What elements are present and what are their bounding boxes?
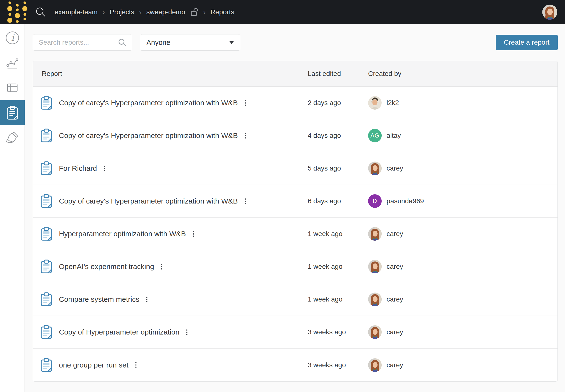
chevron-right-icon: ›: [139, 8, 142, 16]
row-menu-icon[interactable]: [159, 262, 164, 271]
report-clipboard-icon: [41, 325, 52, 339]
top-navbar: example-team › Projects › sweep-demo › R…: [0, 0, 565, 24]
creator-name: carey: [386, 263, 403, 270]
report-search-box: [33, 34, 132, 51]
creator-avatar[interactable]: [368, 260, 382, 273]
search-reports-input[interactable]: [38, 38, 118, 47]
reports-page: Anyone Create a report Report Last edite…: [33, 24, 558, 382]
row-menu-icon[interactable]: [243, 98, 248, 108]
broom-icon: [6, 131, 19, 145]
creator-name: pasunda969: [386, 197, 424, 205]
creator-name: carey: [386, 230, 403, 238]
row-menu-icon[interactable]: [243, 196, 248, 206]
report-clipboard-icon: [41, 128, 52, 143]
report-clipboard-icon: [41, 227, 52, 241]
search-icon[interactable]: [35, 7, 46, 18]
filter-value: Anyone: [146, 39, 170, 47]
user-avatar[interactable]: [542, 5, 557, 20]
column-header-created-by: Created by: [368, 70, 557, 78]
row-menu-icon[interactable]: [184, 327, 189, 337]
row-menu-icon[interactable]: [243, 131, 248, 140]
creator-filter-dropdown[interactable]: Anyone: [140, 34, 240, 51]
creator-avatar[interactable]: [368, 162, 382, 175]
report-clipboard-icon: [41, 161, 52, 175]
breadcrumb-reports[interactable]: Reports: [210, 8, 234, 16]
table-icon: [6, 81, 19, 95]
creator-avatar[interactable]: [368, 227, 382, 241]
creator-avatar[interactable]: [368, 293, 382, 306]
table-header: Report Last edited Created by: [33, 61, 557, 87]
report-link[interactable]: Hyperparameter optimization with W&B: [59, 230, 186, 238]
unlocked-icon: [191, 8, 198, 17]
sidebar-item-sweeps[interactable]: [0, 125, 25, 150]
last-edited: 3 weeks ago: [308, 328, 368, 336]
report-link[interactable]: Copy of carey's Hyperparameter optimizat…: [59, 197, 238, 205]
creator-name: carey: [386, 361, 403, 369]
table-row: Copy of carey's Hyperparameter optimizat…: [33, 185, 557, 218]
creator-avatar[interactable]: [368, 325, 382, 339]
creator-avatar[interactable]: AG: [368, 129, 382, 142]
table-row: Copy of Hyperparameter optimization 3 we…: [33, 316, 557, 349]
info-icon: i: [6, 31, 19, 45]
last-edited: 1 week ago: [308, 263, 368, 270]
controls-bar: Anyone Create a report: [33, 34, 558, 51]
report-link[interactable]: Copy of carey's Hyperparameter optimizat…: [59, 131, 238, 140]
wandb-logo-icon[interactable]: [7, 1, 28, 23]
report-clipboard-icon: [41, 358, 52, 372]
chevron-right-icon: ›: [203, 8, 206, 16]
creator-name: carey: [386, 165, 403, 172]
chevron-down-icon: [229, 41, 234, 44]
report-link[interactable]: one group per run set: [59, 361, 128, 369]
report-clipboard-icon: [41, 96, 52, 110]
creator-name: carey: [386, 328, 403, 336]
last-edited: 2 days ago: [308, 99, 368, 107]
creator-avatar[interactable]: [368, 96, 382, 110]
report-link[interactable]: For Richard: [59, 164, 97, 172]
search-icon: [118, 38, 127, 47]
table-row: OpenAI's experiment tracking 1 week ago …: [33, 250, 557, 283]
table-row: one group per run set 3 weeks ago carey: [33, 349, 557, 381]
last-edited: 1 week ago: [308, 295, 368, 303]
line-chart-icon: [6, 56, 19, 70]
sidebar-item-tables[interactable]: [0, 75, 25, 100]
report-link[interactable]: OpenAI's experiment tracking: [59, 263, 154, 271]
creator-avatar[interactable]: [368, 358, 382, 372]
row-menu-icon[interactable]: [144, 295, 149, 304]
breadcrumb-project[interactable]: sweep-demo: [146, 8, 185, 16]
breadcrumb: example-team › Projects › sweep-demo › R…: [55, 8, 234, 17]
last-edited: 4 days ago: [308, 132, 368, 140]
last-edited: 3 weeks ago: [308, 361, 368, 369]
project-sidebar: i: [0, 24, 25, 392]
clipboard-icon: [7, 106, 18, 120]
create-report-button[interactable]: Create a report: [496, 35, 558, 50]
column-header-last-edited: Last edited: [308, 70, 368, 78]
report-clipboard-icon: [41, 292, 52, 306]
last-edited: 1 week ago: [308, 230, 368, 238]
report-link[interactable]: Copy of Hyperparameter optimization: [59, 328, 179, 336]
table-row: Copy of carey's Hyperparameter optimizat…: [33, 119, 557, 152]
table-row: Copy of carey's Hyperparameter optimizat…: [33, 87, 557, 119]
report-clipboard-icon: [41, 260, 52, 274]
row-menu-icon[interactable]: [102, 164, 107, 173]
sidebar-item-reports[interactable]: [0, 100, 25, 125]
creator-name: l2k2: [386, 99, 399, 107]
row-menu-icon[interactable]: [191, 229, 196, 239]
table-row: Compare system metrics 1 week ago carey: [33, 283, 557, 316]
column-header-report: Report: [33, 70, 308, 78]
row-menu-icon[interactable]: [133, 360, 138, 370]
report-link[interactable]: Copy of carey's Hyperparameter optimizat…: [59, 99, 238, 107]
breadcrumb-team[interactable]: example-team: [55, 8, 97, 16]
report-link[interactable]: Compare system metrics: [59, 295, 139, 304]
chevron-right-icon: ›: [102, 8, 105, 16]
creator-name: altay: [386, 132, 401, 140]
breadcrumb-projects[interactable]: Projects: [110, 8, 134, 16]
table-row: For Richard 5 days ago carey: [33, 152, 557, 185]
svg-text:i: i: [11, 33, 14, 43]
table-row: Hyperparameter optimization with W&B 1 w…: [33, 218, 557, 250]
reports-table: Report Last edited Created by Copy of ca…: [33, 61, 558, 382]
sidebar-item-charts[interactable]: [0, 50, 25, 75]
sidebar-item-overview[interactable]: i: [0, 25, 25, 50]
creator-name: carey: [386, 295, 403, 303]
creator-avatar[interactable]: D: [368, 194, 382, 208]
last-edited: 6 days ago: [308, 197, 368, 205]
